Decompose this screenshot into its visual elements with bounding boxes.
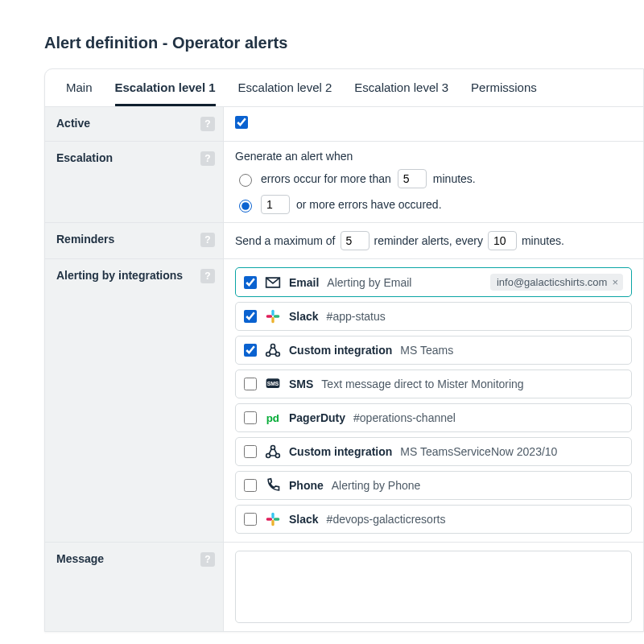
escalation-duration-input[interactable] [398,169,427,188]
svg-rect-16 [266,518,273,520]
tab-escalation-level-3[interactable]: Escalation level 3 [354,69,448,106]
value-reminders: Send a maximum of reminder alerts, every… [224,223,643,258]
integration-checkbox[interactable] [244,344,257,357]
value-message [224,543,643,631]
label-active: Active ? [45,107,224,141]
escalation-count-input[interactable] [261,195,290,214]
integration-row[interactable]: PhoneAlerting by Phone [235,471,632,500]
integration-name: SMS [289,378,313,390]
label-integrations-text: Alerting by integrations [56,269,183,282]
label-reminders-text: Reminders [56,233,114,246]
label-message: Message ? [45,543,224,631]
escalation-radio-count[interactable] [239,200,252,213]
integration-name: Custom integration [289,445,392,458]
help-icon[interactable]: ? [200,233,215,247]
svg-rect-14 [274,518,280,520]
escalation-opt1-post: minutes. [433,172,476,185]
svg-rect-13 [271,513,274,519]
reminders-max-input[interactable] [341,231,369,250]
reminders-interval-input[interactable] [488,231,517,250]
row-escalation: Escalation ? Generate an alert when erro… [45,142,643,223]
close-icon[interactable]: × [612,276,618,288]
integration-desc: MS TeamsServiceNow 2023/10 [400,445,557,458]
integration-name: Email [289,276,319,289]
integration-desc: Alerting by Email [327,276,411,289]
integration-row[interactable]: Custom integrationMS TeamsServiceNow 202… [235,437,632,466]
tab-permissions[interactable]: Permissions [471,69,537,106]
help-icon[interactable]: ? [200,269,215,283]
integration-row[interactable]: Slack#app-status [235,302,632,331]
help-icon[interactable]: ? [200,552,215,567]
integration-desc: Alerting by Phone [332,479,421,492]
settings-card: MainEscalation level 1Escalation level 2… [44,68,644,632]
integration-desc: #operations-channel [353,411,456,424]
svg-rect-1 [274,315,280,317]
value-active [224,107,643,141]
svg-rect-0 [271,310,274,316]
integration-name: Slack [289,310,319,323]
escalation-radio-duration[interactable] [239,174,252,187]
escalation-intro: Generate an alert when [235,150,632,163]
row-message: Message ? [45,543,643,631]
row-active: Active ? [45,107,643,142]
svg-rect-15 [271,520,274,526]
integration-list: EmailAlerting by Emailinfo@galacticshirt… [235,267,632,534]
value-integrations: EmailAlerting by Emailinfo@galacticshirt… [224,259,643,542]
page-title: Alert definition - Operator alerts [0,0,644,68]
webhook-icon [265,444,281,460]
svg-rect-3 [266,315,273,317]
label-escalation-text: Escalation [56,151,113,164]
phone-icon [265,477,281,493]
row-reminders: Reminders ? Send a maximum of reminder a… [45,223,643,259]
integration-name: Slack [289,513,319,526]
message-textarea[interactable] [235,551,632,623]
integration-name: Custom integration [289,344,392,357]
sms-icon: SMS [265,376,281,392]
tab-main[interactable]: Main [66,69,93,106]
escalation-opt2-post: or more errors have occured. [296,198,442,211]
integration-row[interactable]: SMSSMSText message direct to Mister Moni… [235,369,632,398]
integration-checkbox[interactable] [244,310,257,323]
label-escalation: Escalation ? [45,142,224,222]
integration-desc: Text message direct to Mister Monitoring [321,378,523,390]
integration-name: Phone [289,479,324,492]
recipient-chip[interactable]: info@galacticshirts.com× [490,274,623,291]
integration-name: PagerDuty [289,411,345,424]
integration-row[interactable]: Custom integrationMS Teams [235,336,632,365]
integration-checkbox[interactable] [244,411,257,424]
slack-icon [265,511,281,527]
integration-checkbox[interactable] [244,445,257,458]
label-active-text: Active [56,117,90,130]
svg-text:SMS: SMS [267,381,279,386]
integration-row[interactable]: EmailAlerting by Emailinfo@galacticshirt… [235,267,632,297]
svg-rect-2 [271,317,274,324]
tab-bar: MainEscalation level 1Escalation level 2… [45,69,643,107]
reminders-t3: minutes. [522,234,564,247]
integration-desc: MS Teams [400,344,453,357]
webhook-icon [265,342,281,358]
integration-checkbox[interactable] [244,276,257,289]
integration-row[interactable]: Slack#devops-galacticresorts [235,505,632,534]
escalation-option-count: or more errors have occured. [235,195,632,214]
tab-escalation-level-1[interactable]: Escalation level 1 [115,69,216,106]
label-message-text: Message [56,552,104,565]
integration-checkbox[interactable] [244,513,257,526]
svg-text:pd: pd [266,412,279,424]
integration-checkbox[interactable] [244,378,257,390]
envelope-icon [265,275,281,291]
value-escalation: Generate an alert when errors occur for … [224,142,643,222]
slack-icon [265,308,281,324]
tab-escalation-level-2[interactable]: Escalation level 2 [238,69,332,106]
help-icon[interactable]: ? [200,151,215,166]
active-checkbox[interactable] [235,116,248,129]
integration-checkbox[interactable] [244,479,257,492]
recipient-chip-text: info@galacticshirts.com [497,276,607,288]
escalation-option-duration: errors occur for more than minutes. [235,169,632,188]
integration-desc: #app-status [327,310,386,323]
escalation-opt1-pre: errors occur for more than [261,172,391,185]
reminders-t2: reminder alerts, every [374,234,483,247]
label-reminders: Reminders ? [45,223,224,258]
integration-row[interactable]: pdPagerDuty#operations-channel [235,403,632,432]
help-icon[interactable]: ? [200,117,215,131]
integration-desc: #devops-galacticresorts [327,513,446,526]
